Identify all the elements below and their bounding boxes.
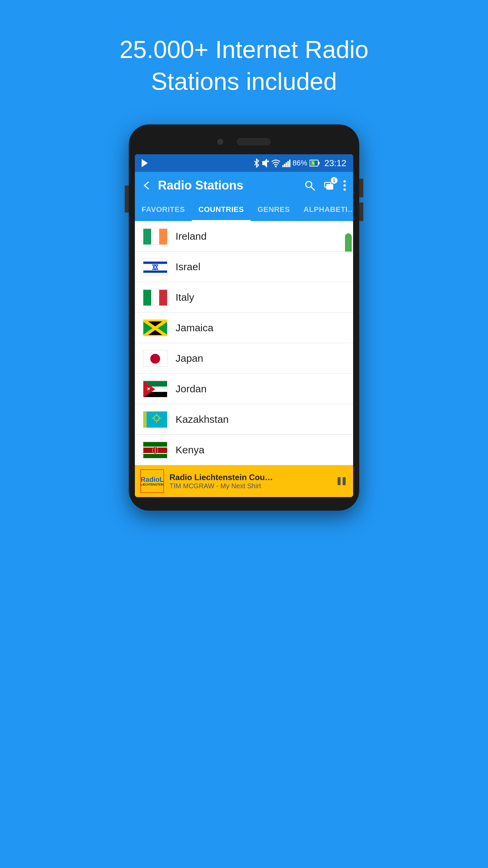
app-bar: Radio Stations 1 xyxy=(135,172,353,199)
svg-line-16 xyxy=(311,187,314,190)
svg-rect-28 xyxy=(143,270,167,273)
svg-rect-5 xyxy=(284,164,285,167)
signal-icon xyxy=(282,159,290,167)
country-name: Italy xyxy=(176,292,194,303)
svg-marker-0 xyxy=(263,159,267,167)
phone-shell: 86% 23:12 R xyxy=(129,124,359,511)
tab-countries[interactable]: COUNTRIES xyxy=(192,199,251,220)
station-logo: RadioL LIECHTENSTEIN xyxy=(140,469,164,493)
battery-level: 86% xyxy=(292,159,307,167)
list-item[interactable]: Israel xyxy=(135,252,353,282)
svg-rect-25 xyxy=(159,229,167,244)
svg-rect-24 xyxy=(151,229,159,244)
wifi-icon xyxy=(271,159,280,167)
country-name: Japan xyxy=(176,353,203,364)
search-button[interactable] xyxy=(304,180,315,191)
country-name: Ireland xyxy=(176,231,207,242)
playlist-badge: 1 xyxy=(331,177,338,184)
svg-rect-69 xyxy=(343,477,346,485)
phone-top-bar xyxy=(135,135,353,149)
status-bar-right: 86% 23:12 xyxy=(253,158,346,169)
status-icons: 86% xyxy=(253,158,320,168)
svg-rect-10 xyxy=(318,162,320,164)
app-bar-icons: 1 xyxy=(304,180,346,191)
svg-rect-68 xyxy=(338,477,341,485)
volume-up-button[interactable] xyxy=(359,179,363,197)
svg-rect-23 xyxy=(143,229,151,244)
flag-israel xyxy=(143,258,167,275)
overflow-menu-button[interactable] xyxy=(343,180,346,191)
playlist-button[interactable]: 1 xyxy=(323,180,335,191)
svg-point-21 xyxy=(344,184,346,187)
svg-point-45 xyxy=(150,354,160,363)
country-name: Israel xyxy=(176,261,200,273)
flag-kenya xyxy=(143,441,167,458)
app-bar-title: Radio Stations xyxy=(158,178,304,193)
svg-point-22 xyxy=(344,189,346,191)
svg-rect-26 xyxy=(143,259,167,275)
tab-favorites[interactable]: FAVORITES xyxy=(135,199,192,220)
flag-italy xyxy=(143,289,167,306)
bluetooth-icon xyxy=(253,158,260,168)
status-bar: 86% 23:12 xyxy=(135,154,353,172)
phone-screen: 86% 23:12 R xyxy=(135,154,353,497)
flag-kazakhstan xyxy=(143,411,167,428)
svg-rect-6 xyxy=(286,162,287,167)
svg-rect-52 xyxy=(143,411,147,428)
svg-rect-27 xyxy=(143,261,167,264)
volume-down-button[interactable] xyxy=(359,202,363,221)
list-item[interactable]: Italy xyxy=(135,282,353,313)
mute-icon xyxy=(262,159,269,167)
svg-rect-8 xyxy=(289,160,290,167)
list-item[interactable]: Jamaica xyxy=(135,313,353,343)
country-name: Jamaica xyxy=(176,322,214,334)
front-camera xyxy=(217,139,223,145)
flag-jordan xyxy=(143,380,167,397)
svg-rect-31 xyxy=(143,290,151,305)
svg-rect-51 xyxy=(143,411,167,428)
now-playing-info: Radio Liechtenstein Cou… TIM MCGRAW - My… xyxy=(169,473,331,490)
now-playing-station: Radio Liechtenstein Cou… xyxy=(169,473,331,482)
list-item[interactable]: Japan xyxy=(135,343,353,374)
play-store-icon xyxy=(142,159,148,167)
earpiece xyxy=(237,138,271,145)
pause-button[interactable] xyxy=(336,475,348,487)
flag-jamaica xyxy=(143,319,167,336)
flag-japan xyxy=(143,350,167,367)
battery-icon xyxy=(309,159,320,167)
svg-rect-32 xyxy=(151,290,159,305)
country-name: Kazakhstan xyxy=(176,414,229,425)
tab-genres[interactable]: GENRES xyxy=(251,199,297,220)
now-playing-bar[interactable]: RadioL LIECHTENSTEIN Radio Liechtenstein… xyxy=(135,465,353,497)
back-button[interactable] xyxy=(142,181,151,190)
svg-rect-7 xyxy=(287,161,289,167)
tab-alphabetic[interactable]: ALPHABETI… xyxy=(297,199,353,220)
status-bar-left xyxy=(142,159,148,167)
country-name: Jordan xyxy=(176,383,207,395)
list-item[interactable]: Ireland xyxy=(135,221,353,252)
status-time: 23:12 xyxy=(324,158,346,169)
svg-point-20 xyxy=(344,180,346,183)
country-name: Kenya xyxy=(176,444,204,456)
now-playing-track: TIM MCGRAW - My Next Shirt xyxy=(169,482,331,490)
svg-rect-18 xyxy=(327,184,333,189)
svg-rect-4 xyxy=(282,165,284,167)
tabs-bar: FAVORITES COUNTRIES GENRES ALPHABETI… xyxy=(135,199,353,221)
country-list: Ireland Israel xyxy=(135,221,353,465)
hero-headline: 25.000+ Internet Radio Stations included xyxy=(92,34,396,97)
flag-ireland xyxy=(143,228,167,245)
svg-rect-33 xyxy=(159,290,167,305)
power-button[interactable] xyxy=(125,185,129,213)
list-item[interactable]: Kazakhstan xyxy=(135,404,353,435)
list-item[interactable]: Jordan xyxy=(135,374,353,404)
list-item[interactable]: Kenya xyxy=(135,435,353,465)
svg-point-3 xyxy=(275,166,277,167)
